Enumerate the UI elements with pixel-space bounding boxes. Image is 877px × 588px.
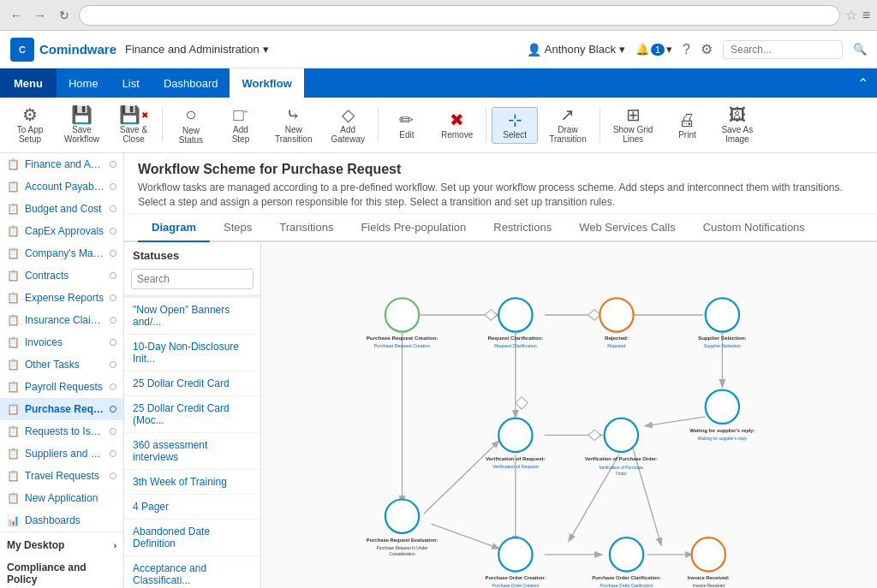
tab-diagram[interactable]: Diagram	[138, 214, 210, 242]
sidebar-group-compliance[interactable]: Compliance and Policy	[0, 555, 123, 588]
sidebar-item-finance[interactable]: 📋 Finance and Administrati...	[0, 153, 123, 175]
nav-home[interactable]: Home	[57, 68, 110, 98]
tab-transitions[interactable]: Transitions	[265, 214, 347, 242]
toolbar-add-step[interactable]: □+ AddStep	[218, 102, 264, 148]
nav-collapse-icon[interactable]: ⌃	[849, 75, 877, 92]
status-item-25-dollar-moc[interactable]: 25 Dollar Credit Card (Moc...	[124, 396, 260, 433]
sidebar-item-contracts[interactable]: 📋 Contracts	[0, 264, 123, 287]
sidebar-item-invoices[interactable]: 📋 Invoices	[0, 331, 123, 353]
sidebar-item-other-tasks[interactable]: 📋 Other Tasks	[0, 353, 123, 376]
toolbar-to-app-setup[interactable]: ⚙ To AppSetup	[7, 102, 53, 148]
user-arrow-icon: ▾	[619, 43, 625, 56]
sidebar-group-my-desktop[interactable]: My Desktop ›	[0, 532, 123, 555]
workspace-selector[interactable]: Finance and Administration ▾	[125, 43, 269, 56]
sidebar-item-capex[interactable]: 📋 CapEx Approvals	[0, 220, 123, 242]
toolbar-save-close[interactable]: 💾 ✖ Save &Close	[110, 102, 157, 148]
svg-point-31	[498, 418, 532, 451]
sidebar-item-new-app[interactable]: 📋 New Application	[0, 487, 123, 509]
status-item-acceptance[interactable]: Acceptance and Classificati...	[124, 556, 260, 588]
sidebar-item-companys-material[interactable]: 📋 Company's Material...	[0, 242, 123, 264]
refresh-button[interactable]: ↻	[55, 6, 74, 25]
toolbar-show-grid[interactable]: ⊞ Show GridLines	[606, 102, 661, 148]
settings-button[interactable]: ⚙	[701, 41, 713, 57]
new-transition-label: NewTransition	[275, 125, 313, 144]
svg-text:Request Clarification: Request Clarification	[494, 343, 536, 348]
toolbar-add-gateway[interactable]: ◇ AddGateway	[323, 102, 372, 148]
toolbar-new-transition[interactable]: ⤷ NewTransition	[267, 102, 320, 148]
sidebar-groups-section: My Desktop › Compliance and Policy IT Op…	[0, 532, 123, 588]
workspace-name: Finance and Administration	[125, 43, 260, 56]
svg-line-7	[424, 441, 499, 514]
svg-text:Waiting for supplier's reply:: Waiting for supplier's reply:	[689, 427, 755, 432]
toolbar-edit[interactable]: ✏ Edit	[384, 107, 430, 144]
svg-text:Rejected:: Rejected:	[605, 335, 629, 341]
status-item-10day[interactable]: 10-Day Non-Disclosure Init...	[124, 335, 260, 371]
status-item-abandoned-date[interactable]: Abandoned Date Definition	[124, 520, 260, 556]
svg-text:Invoice Received:: Invoice Received:	[688, 575, 730, 580]
sidebar-item-suppliers[interactable]: 📋 Suppliers and Contr...	[0, 442, 123, 465]
address-bar[interactable]	[79, 5, 840, 26]
sidebar-item-travel[interactable]: 📋 Travel Requests	[0, 465, 123, 487]
browser-menu-icon[interactable]: ≡	[862, 8, 870, 23]
tab-steps[interactable]: Steps	[210, 214, 265, 242]
toolbar-separator-2	[378, 108, 379, 142]
toolbar-save-as-image[interactable]: 🖼 Save AsImage	[713, 102, 761, 148]
toolbar-remove[interactable]: ✖ Remove	[433, 107, 480, 144]
tab-fields-prepopulation[interactable]: Fields Pre-population	[347, 214, 480, 242]
tab-custom-notifications[interactable]: Custom Notifications	[689, 214, 819, 242]
svg-text:Waiting for supplier's reply: Waiting for supplier's reply	[698, 436, 748, 440]
sidebar-item-purchase-requests[interactable]: 📋 Purchase Requests	[0, 398, 123, 420]
sidebar-dot-company-material	[110, 250, 116, 257]
status-search-input[interactable]	[132, 270, 254, 288]
sidebar-suppliers-label: Suppliers and Contr...	[25, 448, 104, 460]
sidebar-payroll-label: Payroll Requests	[25, 381, 104, 393]
sidebar-item-expense-reports[interactable]: 📋 Expense Reports	[0, 287, 123, 309]
svg-text:Purchase Order Creation:: Purchase Order Creation:	[486, 575, 546, 580]
toolbar-new-status[interactable]: ○ NewStatus	[168, 101, 214, 149]
user-name: Anthony Black	[545, 43, 616, 56]
sidebar-budget-label: Budget and Cost	[25, 203, 104, 215]
select-label: Select	[503, 130, 527, 140]
toolbar-draw-transition[interactable]: ↗ DrawTransition	[541, 102, 594, 148]
search-input[interactable]	[723, 40, 843, 59]
show-grid-label: Show GridLines	[613, 125, 653, 144]
page-title: Workflow Scheme for Purchase Request	[138, 162, 863, 177]
status-item-3th-week[interactable]: 3th Week of Training	[124, 470, 260, 495]
toolbar-print[interactable]: 🖨 Print	[664, 107, 710, 144]
sidebar-item-dashboards[interactable]: 📊 Dashboards	[0, 509, 123, 532]
menu-button[interactable]: Menu	[0, 68, 57, 98]
toolbar-save-workflow[interactable]: 💾 SaveWorkflow	[57, 102, 107, 148]
sidebar-item-budget[interactable]: 📋 Budget and Cost	[0, 198, 123, 220]
status-search-box: 🔍	[131, 269, 254, 289]
sidebar-dot-purchase-requests	[110, 406, 116, 413]
sidebar-item-payroll[interactable]: 📋 Payroll Requests	[0, 376, 123, 398]
diagram-canvas[interactable]: Purchase Request Creation: Purchase Requ…	[261, 242, 877, 588]
back-button[interactable]: ←	[7, 6, 26, 25]
sidebar-purchase-requests-label: Purchase Requests	[25, 403, 104, 415]
search-icon[interactable]: 🔍	[853, 43, 867, 56]
status-item-now-open-banners[interactable]: "Now Open" Banners and/...	[124, 298, 260, 335]
forward-button[interactable]: →	[31, 6, 50, 25]
sidebar-dot-contracts	[110, 272, 116, 279]
tab-web-services[interactable]: Web Services Calls	[565, 214, 689, 242]
status-item-4pager[interactable]: 4 Pager	[124, 495, 260, 520]
bookmark-icon[interactable]: ☆	[845, 7, 857, 23]
sidebar-item-insurance[interactable]: 📋 Insurance Claim Ma...	[0, 309, 123, 331]
sidebar-other-tasks-label: Other Tasks	[25, 359, 104, 371]
status-item-25-dollar[interactable]: 25 Dollar Credit Card	[124, 371, 260, 396]
nav-workflow[interactable]: Workflow	[230, 68, 303, 98]
status-item-360[interactable]: 360 assessment interviews	[124, 433, 260, 470]
nav-list[interactable]: List	[110, 68, 152, 98]
sidebar-item-account-payable[interactable]: 📋 Account Payable Req...	[0, 175, 123, 198]
notification-area[interactable]: 🔔 1 ▾	[635, 43, 672, 56]
toolbar-separator-1	[162, 108, 163, 142]
svg-text:Request Clarification:: Request Clarification:	[488, 335, 544, 341]
toolbar-select[interactable]: ⊹ Select	[492, 107, 538, 144]
sidebar-travel-label: Travel Requests	[25, 470, 104, 482]
toolbar-separator-3	[486, 108, 486, 142]
sidebar-item-requests-issue[interactable]: 📋 Requests to Issue M...	[0, 420, 123, 442]
user-info[interactable]: 👤 Anthony Black ▾	[527, 43, 625, 56]
help-button[interactable]: ?	[683, 42, 690, 57]
nav-dashboard[interactable]: Dashboard	[152, 68, 230, 98]
tab-restrictions[interactable]: Restrictions	[480, 214, 565, 242]
